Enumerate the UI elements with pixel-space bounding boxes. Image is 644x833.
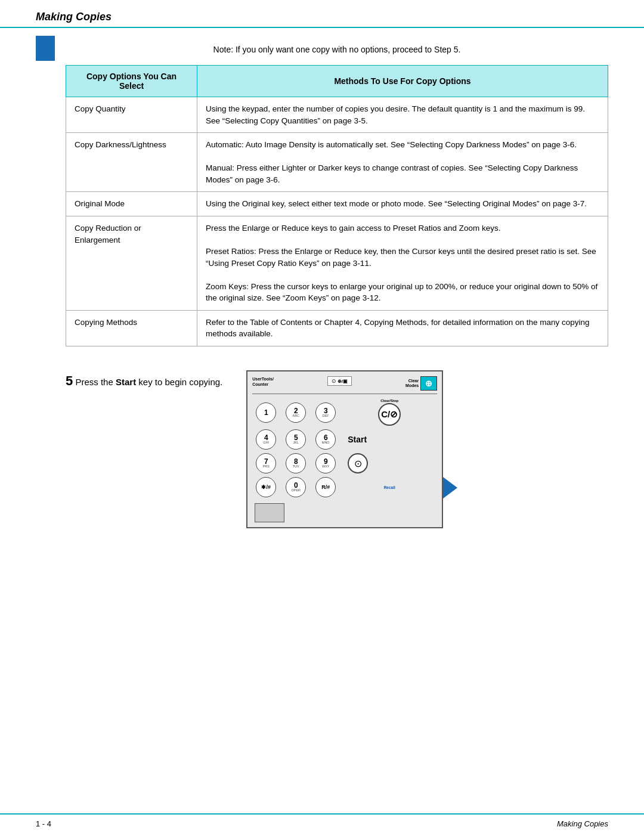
- key-r[interactable]: R/#: [315, 477, 336, 497]
- table-row: Copy Darkness/LightnessAutomatic: Auto I…: [66, 133, 608, 192]
- footer-chapter-title: Making Copies: [557, 819, 608, 828]
- key-0[interactable]: 0OPER: [286, 477, 306, 497]
- method-cell: Automatic: Auto Image Density is automat…: [197, 133, 608, 192]
- step5-bold: Start: [116, 377, 136, 387]
- recall-label: Recall: [384, 485, 395, 490]
- method-cell: Using the keypad, enter the number of co…: [197, 97, 608, 133]
- start-label: Start: [348, 435, 367, 444]
- key-star[interactable]: ✱/#: [256, 477, 276, 497]
- option-cell: Copying Methods: [66, 310, 197, 346]
- right-arrow-btn[interactable]: ⊕: [420, 376, 437, 391]
- keys-grid: 1 2ABC 3DEF Clear/Stop C/⊘ 4GHI 5JKL 6MN…: [252, 397, 437, 500]
- note-text: Note: If you only want one copy with no …: [66, 45, 608, 54]
- option-cell: Original Mode: [66, 192, 197, 216]
- user-tools-counter: UserTools/ Counter: [252, 376, 274, 387]
- table-row: Copy QuantityUsing the keypad, enter the…: [66, 97, 608, 133]
- key-6[interactable]: 6MNO: [315, 429, 336, 450]
- key-9[interactable]: 9WXY: [315, 453, 336, 473]
- step5-section: 5 Press the Start key to begin copying. …: [66, 364, 608, 528]
- bottom-rect-left: [255, 503, 284, 522]
- col2-header: Methods To Use For Copy Options: [197, 66, 608, 97]
- blue-accent-decoration: [36, 36, 55, 61]
- step-number: 5: [66, 373, 73, 388]
- main-content: Copy Options You Can Select Methods To U…: [66, 65, 608, 346]
- option-cell: Copy Reduction or Enlargement: [66, 216, 197, 310]
- key-8[interactable]: 8TUV: [286, 453, 306, 473]
- method-cell: Refer to the Table of Contents or Chapte…: [197, 310, 608, 346]
- table-row: Original ModeUsing the Original key, sel…: [66, 192, 608, 216]
- clear-stop-label: Clear/Stop: [380, 399, 398, 402]
- key-5[interactable]: 5JKL: [286, 429, 306, 450]
- top-mid-control[interactable]: ⊙ ⊕/▣: [327, 376, 352, 386]
- table-row: Copying MethodsRefer to the Table of Con…: [66, 310, 608, 346]
- clear-stop-btn[interactable]: C/⊘: [378, 403, 401, 426]
- key-4[interactable]: 4GHI: [256, 429, 276, 450]
- recall-group: Recall: [345, 485, 434, 490]
- page-header: Making Copies: [0, 0, 644, 28]
- step5-text: 5 Press the Start key to begin copying.: [66, 364, 222, 391]
- option-cell: Copy Darkness/Lightness: [66, 133, 197, 192]
- page-footer: 1 - 4 Making Copies: [0, 813, 644, 833]
- options-table: Copy Options You Can Select Methods To U…: [66, 65, 608, 346]
- keypad-top-right-group: ClearModes ⊕: [405, 376, 437, 391]
- step5-suffix: key to begin copying.: [136, 377, 222, 387]
- blue-arrow-decoration: [443, 477, 457, 498]
- key-2[interactable]: 2ABC: [286, 402, 306, 423]
- col1-header: Copy Options You Can Select: [66, 66, 197, 97]
- keypad-image: UserTools/ Counter ⊙ ⊕/▣ ClearModes ⊕: [246, 370, 443, 528]
- key-1[interactable]: 1: [256, 402, 276, 423]
- keypad-top-bar: UserTools/ Counter ⊙ ⊕/▣ ClearModes ⊕: [252, 376, 437, 391]
- method-cell: Using the Original key, select either te…: [197, 192, 608, 216]
- method-cell: Press the Enlarge or Reduce keys to gain…: [197, 216, 608, 310]
- key-3[interactable]: 3DEF: [315, 402, 336, 423]
- step5-prefix: Press the: [75, 377, 116, 387]
- clear-stop-group: Clear/Stop C/⊘: [345, 399, 434, 426]
- table-row: Copy Reduction or EnlargementPress the E…: [66, 216, 608, 310]
- page-title: Making Copies: [36, 11, 112, 23]
- footer-page-number: 1 - 4: [36, 819, 51, 828]
- power-btn[interactable]: ⊙: [348, 453, 368, 473]
- key-7[interactable]: 7PRS: [256, 453, 276, 473]
- keypad-bottom: [252, 503, 437, 522]
- start-label-group: Start: [345, 435, 434, 444]
- keypad-wrapper: UserTools/ Counter ⊙ ⊕/▣ ClearModes ⊕: [246, 370, 443, 528]
- keypad-divider: [252, 394, 437, 394]
- clear-modes-label: ClearModes: [405, 379, 419, 389]
- option-cell: Copy Quantity: [66, 97, 197, 133]
